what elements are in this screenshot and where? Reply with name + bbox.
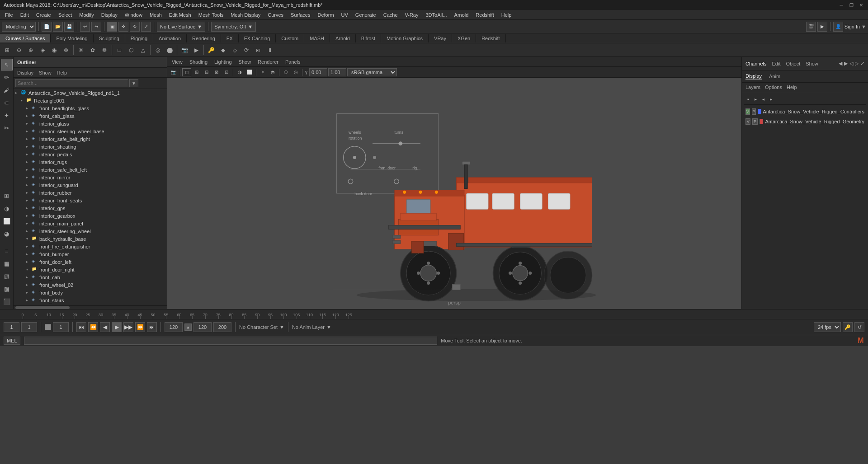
vp-wire-btn[interactable]: ⬜ bbox=[245, 68, 254, 76]
forward-btn[interactable]: ▶▶ bbox=[123, 322, 133, 332]
menu-item-edit-mesh[interactable]: Edit Mesh bbox=[166, 11, 194, 19]
grid-display-icon[interactable]: ⊞ bbox=[1, 190, 13, 202]
menu-item-surfaces[interactable]: Surfaces bbox=[288, 11, 313, 19]
vp-layout-1[interactable]: ◻ bbox=[182, 68, 191, 76]
anim-btn[interactable]: 🔑 bbox=[206, 45, 217, 56]
wire-icon[interactable]: ⬜ bbox=[1, 215, 13, 227]
timeline-area[interactable]: 0510152025303540455055606570758085909510… bbox=[0, 309, 868, 319]
menu-item-arnold[interactable]: Arnold bbox=[451, 11, 472, 19]
redo-btn[interactable]: ↪ bbox=[91, 22, 101, 32]
layer-p-0[interactable]: P bbox=[752, 108, 756, 115]
vp-gamma-field[interactable] bbox=[328, 68, 346, 76]
minimize-button[interactable]: ─ bbox=[838, 2, 844, 8]
mode-tab-xgen[interactable]: XGen bbox=[452, 34, 476, 42]
search-input[interactable] bbox=[15, 79, 128, 87]
anim6-btn[interactable]: ⏸ bbox=[264, 45, 275, 56]
vp-menu-show[interactable]: Show bbox=[236, 59, 254, 65]
menu-item-file[interactable]: File bbox=[2, 11, 16, 19]
create-layer-btn[interactable]: ▪ bbox=[745, 96, 751, 103]
camera-btn[interactable]: 📷 bbox=[179, 45, 190, 56]
menu-item-help[interactable]: Help bbox=[498, 11, 515, 19]
rp-arrow-right-icon[interactable]: ▶ bbox=[844, 61, 848, 66]
snap-surface-btn[interactable]: ◈ bbox=[37, 45, 48, 56]
rp-tab-edit[interactable]: Edit bbox=[772, 61, 780, 66]
menu-item-deform[interactable]: Deform bbox=[314, 11, 337, 19]
mode-tab-rigging[interactable]: Rigging bbox=[125, 34, 153, 42]
tree-item-8[interactable]: ▸◈interior_pedals bbox=[14, 150, 167, 158]
auto-key-btn[interactable]: 🔑 bbox=[843, 322, 853, 332]
rp-layers-btn[interactable]: Layers bbox=[745, 84, 760, 90]
outliner-menu-display[interactable]: Display bbox=[17, 70, 33, 75]
tree-item-16[interactable]: ▸◈interior_gearbox bbox=[14, 212, 167, 220]
range-start-field[interactable] bbox=[4, 322, 19, 332]
menu-item-3dtoall...[interactable]: 3DToAll... bbox=[422, 11, 450, 19]
step-fwd-btn[interactable]: ⏩ bbox=[135, 322, 145, 332]
mode-tab-curves-/-surfaces[interactable]: Curves / Surfaces bbox=[0, 34, 51, 42]
menu-item-select[interactable]: Select bbox=[55, 11, 75, 19]
menu-item-modify[interactable]: Modify bbox=[76, 11, 97, 19]
scale-tool-btn[interactable]: ⤢ bbox=[141, 22, 151, 32]
vp-menu-renderer[interactable]: Renderer bbox=[255, 59, 281, 65]
mode-tab-animation[interactable]: Animation bbox=[153, 34, 187, 42]
mode-tab-mash[interactable]: MASH bbox=[304, 34, 330, 42]
rp-help-btn[interactable]: Help bbox=[787, 84, 797, 90]
vp-layout-3[interactable]: ⊟ bbox=[202, 68, 211, 76]
save-file-btn[interactable]: 💾 bbox=[64, 22, 74, 32]
layer-prev-btn[interactable]: ◂ bbox=[760, 96, 766, 103]
layer-icon[interactable]: ≡ bbox=[1, 245, 13, 257]
loop-btn[interactable]: ↺ bbox=[854, 322, 864, 332]
new-file-btn[interactable]: 📄 bbox=[42, 22, 52, 32]
outliner-menu-show[interactable]: Show bbox=[39, 70, 52, 75]
symmetry-dropdown[interactable]: Symmetry: Off ▼ bbox=[211, 22, 256, 32]
layer-vp-1[interactable]: V bbox=[745, 118, 750, 125]
mode-tab-bifrost[interactable]: Bifrost bbox=[356, 34, 381, 42]
tree-item-1[interactable]: ▾📁Rectangle001 bbox=[14, 97, 167, 104]
rp-tab-show[interactable]: Show bbox=[806, 61, 818, 66]
current-frame-field[interactable] bbox=[21, 322, 37, 332]
menu-item-edit[interactable]: Edit bbox=[17, 11, 32, 19]
vp-xray-btn[interactable]: ⬡ bbox=[281, 68, 290, 76]
menu-item-mesh[interactable]: Mesh bbox=[146, 11, 165, 19]
shade2-icon[interactable]: ◕ bbox=[1, 228, 13, 239]
search-filter-btn[interactable]: ▼ bbox=[129, 79, 138, 87]
move-tool-btn[interactable]: ✛ bbox=[118, 22, 128, 32]
layer-p-1[interactable]: P bbox=[752, 118, 757, 125]
tree-item-9[interactable]: ▸◈interior_rugs bbox=[14, 158, 167, 166]
mode-tab-arnold[interactable]: Arnold bbox=[330, 34, 356, 42]
go-end-btn[interactable]: ⏭ bbox=[147, 322, 157, 332]
undo-btn[interactable]: ↩ bbox=[80, 22, 90, 32]
soft-select2-btn[interactable]: ✿ bbox=[87, 45, 98, 56]
menu-item-uv[interactable]: UV bbox=[338, 11, 351, 19]
anim3-btn[interactable]: ◇ bbox=[229, 45, 240, 56]
tree-item-17[interactable]: ▸◈interior_main_panel bbox=[14, 220, 167, 227]
rp-tab-object[interactable]: Object bbox=[786, 61, 800, 66]
total-end-field[interactable] bbox=[213, 322, 231, 332]
anim-layer-icon[interactable]: ▩ bbox=[1, 283, 13, 295]
layer-vp-0[interactable]: V bbox=[745, 108, 750, 115]
tree-item-20[interactable]: ▸◈front_fire_extunguisher bbox=[14, 243, 167, 250]
menu-item-create[interactable]: Create bbox=[33, 11, 54, 19]
menu-item-generate[interactable]: Generate bbox=[352, 11, 379, 19]
play-btn[interactable]: ▶ bbox=[112, 322, 122, 332]
menu-item-mesh-display[interactable]: Mesh Display bbox=[227, 11, 264, 19]
mode-tab-vray[interactable]: VRay bbox=[429, 34, 452, 42]
tree-item-21[interactable]: ▸◈front_bumper bbox=[14, 250, 167, 258]
cut-tool-icon[interactable]: ✂ bbox=[1, 122, 13, 134]
vp-menu-shading[interactable]: Shading bbox=[187, 59, 210, 65]
anim2-btn[interactable]: ◆ bbox=[217, 45, 228, 56]
poly2-btn[interactable]: ⬡ bbox=[126, 45, 137, 56]
restore-button[interactable]: ❐ bbox=[848, 2, 854, 8]
ch-tab-anim[interactable]: Anim bbox=[769, 74, 780, 79]
anim-layer2-icon[interactable]: ⬛ bbox=[1, 295, 13, 307]
go-start-btn[interactable]: ⏮ bbox=[76, 322, 86, 332]
mel-input[interactable] bbox=[24, 337, 438, 345]
display2-btn[interactable]: ⬤ bbox=[164, 45, 175, 56]
step-back-btn[interactable]: ⏪ bbox=[88, 322, 98, 332]
snap-view-btn[interactable]: ⊗ bbox=[61, 45, 71, 56]
vp-menu-lighting[interactable]: Lighting bbox=[212, 59, 235, 65]
snap-curve-btn[interactable]: ⊙ bbox=[14, 45, 24, 56]
ch-tab-display[interactable]: Display bbox=[745, 73, 762, 80]
layer2-icon[interactable]: ▦ bbox=[1, 258, 13, 269]
mode-tab-fx[interactable]: FX bbox=[221, 34, 239, 42]
tree-item-10[interactable]: ▸◈interior_safe_belt_left bbox=[14, 166, 167, 173]
